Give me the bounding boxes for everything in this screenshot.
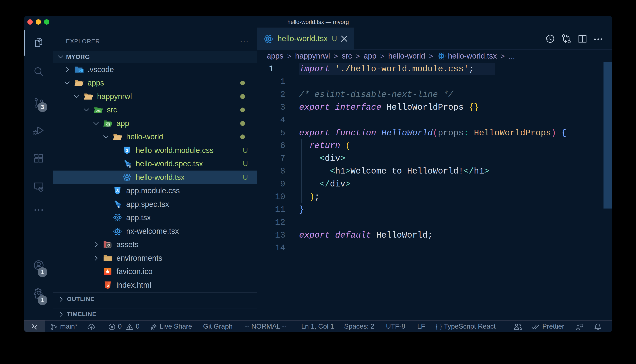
svg-text:</>: </> [96,109,101,113]
svg-text:3: 3 [126,148,128,153]
svg-text:TS: TS [127,165,131,168]
svg-text:3: 3 [116,188,119,193]
svg-text:5: 5 [106,283,109,288]
svg-text:TS: TS [117,205,121,209]
